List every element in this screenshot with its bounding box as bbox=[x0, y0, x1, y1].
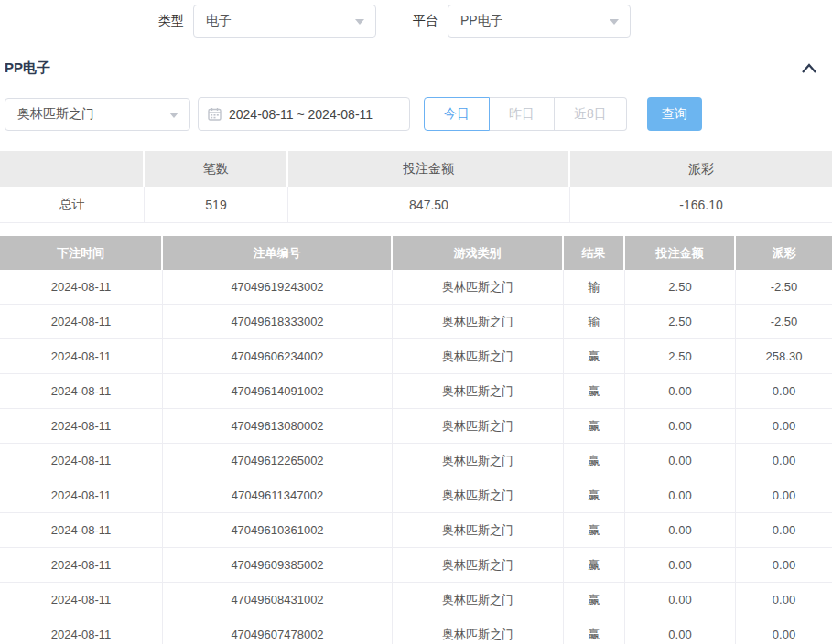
table-cell: 47049618333002 bbox=[163, 305, 393, 338]
table-cell: 0.00 bbox=[625, 617, 736, 644]
table-row: 2024-08-1147049609385002奥林匹斯之门赢0.000.00 bbox=[0, 548, 832, 583]
table-cell: 0.00 bbox=[625, 444, 736, 478]
filter-row: 奥林匹斯之门 2024-08-11 ~ 2024-08-11 今日 昨日 近8日… bbox=[0, 97, 832, 131]
chevron-down-icon bbox=[355, 19, 364, 25]
table-header-row: 下注时间注单编号游戏类别结果投注金额派彩 bbox=[0, 236, 832, 270]
table-cell: 赢 bbox=[564, 374, 625, 408]
table-cell: 奥林匹斯之门 bbox=[393, 305, 564, 338]
table-cell: 赢 bbox=[564, 478, 625, 512]
table-cell: 2024-08-11 bbox=[0, 339, 163, 373]
table-header-cell: 注单编号 bbox=[163, 236, 393, 270]
table-cell: 赢 bbox=[564, 548, 625, 582]
table-cell: 47049611347002 bbox=[163, 478, 393, 512]
table-cell: 47049619243002 bbox=[163, 270, 393, 304]
table-cell: 47049614091002 bbox=[163, 374, 393, 408]
table-cell: 47049610361002 bbox=[163, 513, 393, 547]
table-cell: 2.50 bbox=[625, 305, 736, 338]
query-button[interactable]: 查询 bbox=[647, 97, 702, 131]
table-cell: 奥林匹斯之门 bbox=[393, 513, 564, 547]
summary-total-row: 总计519847.50-166.10 bbox=[0, 187, 832, 223]
table-cell: 47049612265002 bbox=[163, 444, 393, 478]
table-cell: 2.50 bbox=[625, 270, 736, 304]
type-label: 类型 bbox=[158, 13, 184, 29]
table-cell: 奥林匹斯之门 bbox=[393, 444, 564, 478]
table-cell: 2024-08-11 bbox=[0, 513, 163, 547]
game-select-value: 奥林匹斯之门 bbox=[17, 106, 94, 123]
table-row: 2024-08-1147049607478002奥林匹斯之门赢0.000.00 bbox=[0, 617, 832, 644]
table-cell: 0.00 bbox=[736, 617, 832, 644]
table-cell: 0.00 bbox=[736, 583, 832, 617]
platform-label: 平台 bbox=[413, 13, 438, 29]
date-range-value: 2024-08-11 ~ 2024-08-11 bbox=[229, 107, 373, 122]
summary-header-cell: 笔数 bbox=[145, 151, 288, 187]
summary-value-cell: 总计 bbox=[0, 187, 145, 222]
table-cell: 奥林匹斯之门 bbox=[393, 583, 564, 617]
game-select[interactable]: 奥林匹斯之门 bbox=[5, 98, 190, 131]
table-cell: 0.00 bbox=[736, 548, 832, 582]
table-row: 2024-08-1147049612265002奥林匹斯之门赢0.000.00 bbox=[0, 444, 832, 478]
table-row: 2024-08-1147049606234002奥林匹斯之门赢2.50258.3… bbox=[0, 339, 832, 374]
type-select-value: 电子 bbox=[206, 13, 232, 29]
table-cell: 奥林匹斯之门 bbox=[393, 548, 564, 582]
table-cell: -2.50 bbox=[736, 305, 832, 338]
table-row: 2024-08-1147049608431002奥林匹斯之门赢0.000.00 bbox=[0, 583, 832, 617]
platform-select[interactable]: PP电子 bbox=[448, 5, 631, 38]
table-cell: 0.00 bbox=[736, 513, 832, 547]
table-cell: 赢 bbox=[564, 444, 625, 478]
summary-value-cell: -166.10 bbox=[570, 187, 832, 222]
betting-records-page: 类型 电子 平台 PP电子 PP电子 奥林匹斯之门 bbox=[0, 0, 832, 644]
table-cell: 输 bbox=[564, 305, 625, 338]
summary-value-cell: 519 bbox=[145, 187, 288, 222]
table-row: 2024-08-1147049619243002奥林匹斯之门输2.50-2.50 bbox=[0, 270, 832, 305]
last-8-days-button[interactable]: 近8日 bbox=[555, 97, 627, 131]
summary-value-cell: 847.50 bbox=[288, 187, 570, 222]
summary-header-cell: 派彩 bbox=[570, 151, 832, 187]
table-cell: 奥林匹斯之门 bbox=[393, 617, 564, 644]
table-cell: 0.00 bbox=[736, 374, 832, 408]
table-cell: 2024-08-11 bbox=[0, 583, 163, 617]
table-cell: 47049613080002 bbox=[163, 409, 393, 443]
summary-header-row: 笔数投注金额派彩 bbox=[0, 151, 832, 187]
summary-table: 笔数投注金额派彩 总计519847.50-166.10 bbox=[0, 151, 832, 223]
table-cell: 2024-08-11 bbox=[0, 305, 163, 338]
top-filter-bar: 类型 电子 平台 PP电子 bbox=[0, 0, 832, 38]
table-cell: 奥林匹斯之门 bbox=[393, 374, 564, 408]
bet-records-table: 下注时间注单编号游戏类别结果投注金额派彩 2024-08-11470496192… bbox=[0, 236, 832, 644]
table-header-cell: 派彩 bbox=[736, 236, 832, 270]
table-cell: 输 bbox=[564, 270, 625, 304]
table-cell: 2024-08-11 bbox=[0, 444, 163, 478]
section-header: PP电子 bbox=[0, 59, 832, 77]
table-cell: 0.00 bbox=[625, 583, 736, 617]
table-cell: 赢 bbox=[564, 409, 625, 443]
quick-date-button-group: 今日 昨日 近8日 bbox=[424, 97, 627, 131]
yesterday-button[interactable]: 昨日 bbox=[490, 97, 555, 131]
table-cell: -2.50 bbox=[736, 270, 832, 304]
table-cell: 47049609385002 bbox=[163, 548, 393, 582]
table-cell: 2024-08-11 bbox=[0, 270, 163, 304]
calendar-icon bbox=[208, 107, 222, 121]
collapse-section-button[interactable] bbox=[801, 63, 817, 74]
table-header-cell: 游戏类别 bbox=[393, 236, 564, 270]
date-range-picker[interactable]: 2024-08-11 ~ 2024-08-11 bbox=[198, 97, 410, 131]
table-row: 2024-08-1147049610361002奥林匹斯之门赢0.000.00 bbox=[0, 513, 832, 548]
table-cell: 258.30 bbox=[736, 339, 832, 373]
table-header-cell: 投注金额 bbox=[625, 236, 736, 270]
table-cell: 赢 bbox=[564, 513, 625, 547]
today-button[interactable]: 今日 bbox=[424, 97, 490, 131]
platform-select-value: PP电子 bbox=[460, 13, 503, 29]
type-select[interactable]: 电子 bbox=[193, 5, 376, 38]
table-row: 2024-08-1147049618333002奥林匹斯之门输2.50-2.50 bbox=[0, 305, 832, 339]
chevron-up-icon bbox=[801, 63, 817, 74]
table-cell: 47049607478002 bbox=[163, 617, 393, 644]
table-cell: 赢 bbox=[564, 339, 625, 373]
section-title: PP电子 bbox=[5, 59, 50, 77]
summary-header-cell: 投注金额 bbox=[288, 151, 570, 187]
table-cell: 赢 bbox=[564, 617, 625, 644]
table-cell: 0.00 bbox=[625, 478, 736, 512]
table-cell: 0.00 bbox=[736, 444, 832, 478]
table-cell: 2024-08-11 bbox=[0, 548, 163, 582]
table-cell: 0.00 bbox=[625, 409, 736, 443]
table-cell: 0.00 bbox=[625, 374, 736, 408]
table-header-cell: 下注时间 bbox=[0, 236, 163, 270]
table-cell: 47049608431002 bbox=[163, 583, 393, 617]
